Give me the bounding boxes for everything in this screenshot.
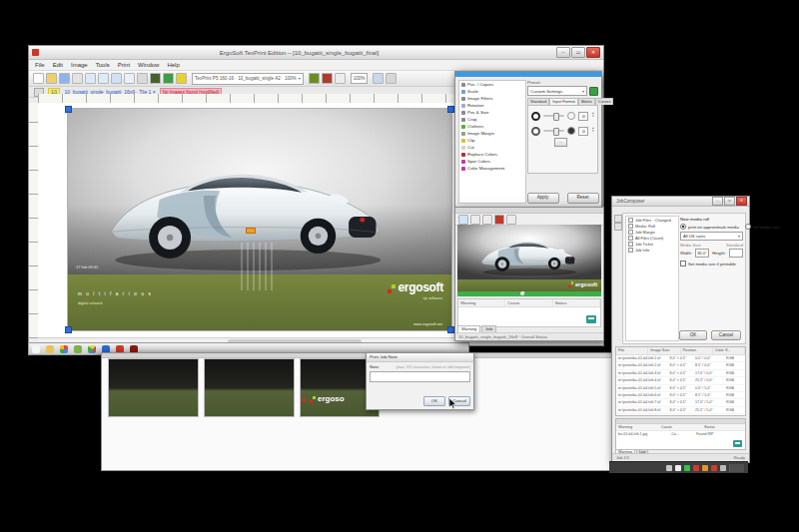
toolbar-icon[interactable] bbox=[46, 73, 57, 84]
settings-tab[interactable]: Input Format bbox=[549, 98, 578, 105]
column-header[interactable]: Color S… bbox=[713, 347, 745, 354]
menu-item[interactable]: Tools bbox=[96, 62, 110, 68]
tile-thumbnail[interactable] bbox=[108, 358, 199, 417]
settings-tree-item[interactable]: Scale bbox=[459, 88, 525, 95]
toolbar-icon[interactable] bbox=[373, 73, 384, 84]
file-row[interactable]: m:\prints\bu-01-b4-left-8.tif 8.0" × 4.5… bbox=[616, 407, 745, 414]
column-header[interactable]: Warning bbox=[616, 424, 659, 430]
spinner-icon[interactable]: ▲▼ bbox=[591, 128, 594, 133]
settings-tree-item[interactable]: Replace Colors bbox=[459, 151, 525, 158]
selection-anchor[interactable] bbox=[246, 228, 256, 234]
toolbar-icon[interactable] bbox=[335, 73, 346, 84]
file-row[interactable]: m:\prints\bu-01-b4-left-2.tif 8.0" × 4.5… bbox=[616, 362, 745, 369]
taskbar-app-icon[interactable] bbox=[88, 345, 96, 353]
menu-item[interactable]: Help bbox=[167, 62, 179, 68]
tray-icon[interactable] bbox=[684, 465, 690, 471]
radio-roll-media[interactable]: roll media size bbox=[745, 224, 780, 230]
settings-tree-item[interactable]: Pos. / Copies bbox=[459, 81, 525, 88]
toolbar-icon[interactable] bbox=[72, 73, 83, 84]
apply-button[interactable]: Apply bbox=[527, 193, 559, 204]
note-input[interactable] bbox=[370, 371, 470, 382]
settings-tree-item[interactable]: Cut bbox=[459, 144, 525, 151]
taskbar-app-icon[interactable] bbox=[32, 345, 40, 353]
note-dialog-title[interactable]: Print Job Note bbox=[367, 353, 473, 362]
preview-tool-icon[interactable] bbox=[470, 215, 480, 225]
file-row[interactable]: m:\prints\bu-01-b4-left-1.tif 8.0" × 4.5… bbox=[616, 355, 745, 362]
column-header[interactable]: Status bbox=[553, 299, 600, 306]
ok-button[interactable]: OK bbox=[679, 330, 707, 340]
selection-handle[interactable] bbox=[447, 326, 454, 333]
toolbar-icon[interactable] bbox=[309, 73, 320, 84]
preview-tool-icon[interactable] bbox=[482, 215, 492, 225]
taskbar-app-icon[interactable] bbox=[46, 345, 54, 353]
settings-tree-item[interactable]: Spot Colors bbox=[459, 158, 525, 165]
maximize-button[interactable]: ▭ bbox=[724, 197, 735, 206]
settings-tree-item[interactable]: Clip bbox=[459, 137, 525, 144]
settings-tree-item[interactable]: Color Management bbox=[459, 165, 525, 172]
media-size-select[interactable]: All US sizes ▾ bbox=[680, 232, 743, 241]
ok-button[interactable]: OK bbox=[423, 396, 445, 406]
menu-item[interactable]: File bbox=[35, 62, 45, 68]
job-tree-item[interactable]: Job Info bbox=[626, 247, 678, 253]
toolbar-icon[interactable] bbox=[150, 73, 161, 84]
toolbar-icon[interactable] bbox=[59, 73, 70, 84]
menu-item[interactable]: Window bbox=[138, 62, 159, 68]
composer-title-bar[interactable]: JobComposer – ▭ ✕ bbox=[612, 197, 749, 207]
dialog-title-bar[interactable] bbox=[455, 72, 601, 77]
cancel-button[interactable]: Cancel bbox=[711, 330, 741, 340]
toolbar-icon[interactable] bbox=[33, 73, 44, 84]
file-row[interactable]: m:\prints\bu-01-b4-left-4.tif 8.0" × 4.5… bbox=[616, 377, 745, 384]
dock-button[interactable] bbox=[614, 215, 622, 223]
preview-tab[interactable]: Warning bbox=[457, 325, 480, 332]
tray-icon[interactable] bbox=[675, 465, 681, 471]
spinner-icon[interactable]: ▲▼ bbox=[591, 113, 594, 118]
slider-reset-button[interactable] bbox=[567, 127, 575, 135]
maximize-button[interactable]: ▭ bbox=[571, 47, 585, 58]
tree-expand-icon[interactable] bbox=[628, 218, 633, 223]
height-field[interactable] bbox=[729, 249, 743, 258]
settings-tab[interactable]: Matrix bbox=[578, 98, 595, 105]
selection-handle[interactable] bbox=[447, 106, 454, 113]
tray-icon[interactable] bbox=[711, 465, 717, 471]
tree-expand-icon[interactable] bbox=[628, 236, 633, 241]
column-header[interactable]: Status bbox=[702, 424, 745, 430]
menu-item[interactable]: Print bbox=[118, 62, 130, 68]
selection-handle[interactable] bbox=[65, 326, 72, 333]
minimize-button[interactable]: – bbox=[712, 197, 723, 206]
toolbar-icon[interactable] bbox=[137, 73, 148, 84]
tray-icon[interactable] bbox=[666, 465, 672, 471]
tile-thumbnail[interactable] bbox=[204, 358, 295, 417]
tray-icon[interactable] bbox=[702, 465, 708, 471]
zoom-field[interactable]: 100% bbox=[351, 73, 369, 84]
printer-icon[interactable] bbox=[586, 315, 596, 323]
settings-tab[interactable]: Standard bbox=[527, 98, 549, 105]
settings-tree-item[interactable]: Rotation bbox=[459, 102, 525, 109]
close-button[interactable]: ✕ bbox=[736, 197, 747, 206]
settings-tab[interactable]: Curves bbox=[595, 98, 614, 105]
radio-approximate-media[interactable]: print on approximate media bbox=[680, 224, 739, 230]
slider-value[interactable]: 0 bbox=[578, 112, 588, 121]
column-header[interactable]: Image Size bbox=[648, 347, 680, 354]
slider-reset-button[interactable] bbox=[567, 112, 575, 120]
preview-tab[interactable]: Info bbox=[481, 325, 496, 332]
settings-tree-item[interactable]: Pos & Size bbox=[459, 109, 525, 116]
file-row[interactable]: m:\prints\bu-01-b4-left-7.tif 8.0" × 4.5… bbox=[616, 399, 745, 406]
toolbar-icon[interactable] bbox=[176, 73, 187, 84]
warning-row[interactable]: bu-01-b4-left-1.jpg Co… Found RIP bbox=[616, 431, 745, 437]
toolbar-icon[interactable] bbox=[111, 73, 122, 84]
printer-environment-combo[interactable]: TexPrint P5 160-16 · 10_bugatti_single A… bbox=[192, 73, 304, 85]
column-header[interactable]: File bbox=[616, 347, 648, 354]
file-row[interactable]: m:\prints\bu-01-b4-left-5.tif 8.0" × 4.5… bbox=[616, 385, 745, 392]
title-bar[interactable]: ErgoSoft TexPrint Edition – [10_bugatti_… bbox=[29, 46, 603, 60]
preview-tool-icon[interactable] bbox=[458, 215, 468, 225]
slider-value[interactable]: 0 bbox=[578, 127, 588, 136]
toolbar-icon[interactable] bbox=[163, 73, 174, 84]
dock-button[interactable] bbox=[614, 223, 622, 231]
preview-tool-icon[interactable] bbox=[494, 215, 504, 225]
close-button[interactable]: ✕ bbox=[586, 47, 600, 58]
taskbar-app-icon[interactable] bbox=[60, 345, 68, 353]
brightness-slider[interactable] bbox=[543, 115, 564, 117]
print-image[interactable]: m u l t i f a r i o u s digital artwork … bbox=[67, 108, 452, 331]
column-header[interactable]: Position bbox=[681, 347, 713, 354]
file-row[interactable]: m:\prints\bu-01-b4-left-6.tif 8.0" × 4.5… bbox=[616, 392, 745, 399]
